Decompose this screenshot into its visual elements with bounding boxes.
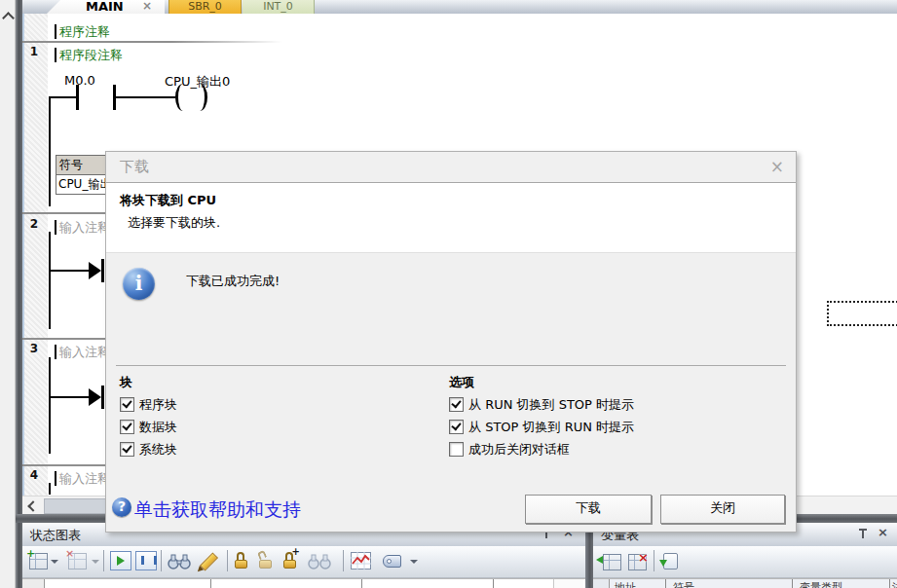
force-lock-icon[interactable] <box>235 552 247 569</box>
power-rail <box>49 232 51 329</box>
column-separator <box>665 579 666 588</box>
checkbox[interactable] <box>449 397 464 412</box>
toolbar-separator <box>103 550 104 571</box>
network-1-comment[interactable]: 程序段注释 <box>59 47 123 64</box>
panel-splitter[interactable] <box>585 523 593 588</box>
network-divider <box>22 41 293 43</box>
read-force-binoculars-icon[interactable] <box>307 553 332 570</box>
dialog-close-icon[interactable]: × <box>770 157 784 176</box>
row-number-cell <box>22 579 45 588</box>
dialog-subheading: 选择要下载的块. <box>128 214 220 232</box>
insert-chart-dropdown-icon[interactable] <box>51 560 58 564</box>
green-arrow-icon <box>596 556 603 564</box>
app-window: MAIN × SBR_0 INT_0 程序注释 1 程序段注释 M0.0 CPU… <box>0 0 897 588</box>
network-3-comment[interactable]: 输入注释 <box>59 344 110 361</box>
wire <box>116 96 175 98</box>
tab-main[interactable]: MAIN × <box>47 0 165 14</box>
tab-int0-label: INT_0 <box>263 0 293 13</box>
program-comment[interactable]: 程序注释 <box>59 23 110 41</box>
network-1-number: 1 <box>22 45 46 58</box>
comment-cursor-bar <box>55 345 56 359</box>
dialog-title: 下载 <box>120 158 149 176</box>
panel-close-icon[interactable]: × <box>878 526 888 539</box>
download-button[interactable]: 下载 <box>525 495 652 524</box>
write-pencil-icon[interactable] <box>200 552 218 570</box>
column-separator <box>493 579 494 588</box>
branch-arrow-bar <box>101 259 104 282</box>
dialog-titlebar[interactable]: 下载 × <box>106 152 796 183</box>
tab-main-label: MAIN <box>86 0 124 14</box>
help-icon[interactable]: ? <box>112 497 131 517</box>
insert-row-icon[interactable] <box>603 554 621 570</box>
dashed-placeholder-box[interactable] <box>827 301 897 326</box>
symbol-table-header: 符号 <box>56 156 109 175</box>
delete-chart-dropdown-icon[interactable] <box>92 560 99 564</box>
dialog-header-section: 将块下载到 CPU 选择要下载的块. <box>106 183 796 253</box>
trend-chart-icon[interactable] <box>351 552 371 570</box>
tag-dropdown-icon[interactable] <box>410 560 418 564</box>
checkbox[interactable] <box>120 397 134 412</box>
comment-cursor-bar <box>55 471 56 486</box>
dialog-separator <box>116 365 786 366</box>
checkbox-label[interactable]: 从 RUN 切换到 STOP 时提示 <box>468 396 634 414</box>
force-all-lock-plus-icon[interactable] <box>283 552 296 569</box>
column-header-symbol: 符号 <box>673 580 694 588</box>
chart-status-on-icon[interactable] <box>110 551 131 570</box>
bookmark-tag-icon[interactable] <box>383 555 401 568</box>
column-separator <box>792 579 793 588</box>
branch-arrow-icon <box>89 388 101 406</box>
network-2-number: 2 <box>22 217 46 231</box>
dialog-heading: 将块下载到 CPU <box>120 192 216 209</box>
pause-chart-icon[interactable] <box>135 551 157 570</box>
download-status-message: 下载已成功完成! <box>186 273 280 290</box>
status-chart-table-sliver <box>22 578 585 588</box>
plus-overlay-icon: + <box>26 547 35 560</box>
checkbox[interactable] <box>449 442 464 457</box>
column-separator <box>889 579 890 588</box>
tab-close-icon[interactable]: × <box>142 0 152 14</box>
pin-icon[interactable] <box>858 529 868 539</box>
info-icon: i <box>123 268 155 300</box>
symbol-table-value[interactable]: CPU_输出0 <box>56 175 109 194</box>
checkbox-label[interactable]: 从 STOP 切换到 RUN 时提示 <box>468 419 634 436</box>
network-2-comment[interactable]: 输入注释 <box>59 219 110 237</box>
power-rail <box>49 483 51 495</box>
hscroll-thumb[interactable] <box>44 498 106 514</box>
comment-cursor-bar <box>55 24 56 39</box>
checkbox[interactable] <box>120 442 134 457</box>
coil-right-paren[interactable] <box>192 84 207 111</box>
status-chart-title: 状态图表 <box>30 527 81 544</box>
branch-arrow-icon <box>89 262 101 279</box>
toolbar-separator <box>654 550 654 571</box>
wire <box>49 270 90 272</box>
left-splitter[interactable] <box>16 0 22 588</box>
checkbox-label[interactable]: 成功后关闭对话框 <box>468 441 570 459</box>
branch-arrow-bar <box>101 386 104 409</box>
tab-sbr0[interactable]: SBR_0 <box>168 0 242 14</box>
chevron-left-icon <box>27 500 38 511</box>
checkbox[interactable] <box>120 420 134 434</box>
tab-int0[interactable]: INT_0 <box>243 0 315 14</box>
options-group-label: 选项 <box>449 374 474 391</box>
checkbox-label[interactable]: 程序块 <box>139 396 177 414</box>
read-binoculars-icon[interactable] <box>167 553 192 570</box>
toolbar-separator <box>227 550 228 571</box>
variable-table-header-sliver: 地址 符号 变量类型 注释 <box>593 578 897 588</box>
help-link[interactable]: 单击获取帮助和支持 <box>134 497 301 523</box>
status-chart-toolbar: + × <box>22 546 585 578</box>
play-icon <box>117 556 125 566</box>
variable-table-toolbar: × <box>593 546 897 578</box>
coil-left-paren[interactable] <box>175 84 191 111</box>
network-4-comment[interactable]: 输入注释 <box>59 470 110 488</box>
table-scroll-corner <box>553 579 583 588</box>
toolbar-separator <box>161 550 162 571</box>
contact-operand-label[interactable]: M0.0 <box>64 73 95 88</box>
checkbox[interactable] <box>449 420 464 434</box>
checkbox-label[interactable]: 数据块 <box>139 419 177 436</box>
power-rail <box>49 357 51 454</box>
contact-left-bar[interactable] <box>76 85 79 110</box>
checkbox-label[interactable]: 系统块 <box>139 441 177 459</box>
close-button[interactable]: 关闭 <box>660 495 785 524</box>
scroll-left-button[interactable] <box>24 498 39 512</box>
unforce-lock-icon[interactable] <box>259 552 272 569</box>
